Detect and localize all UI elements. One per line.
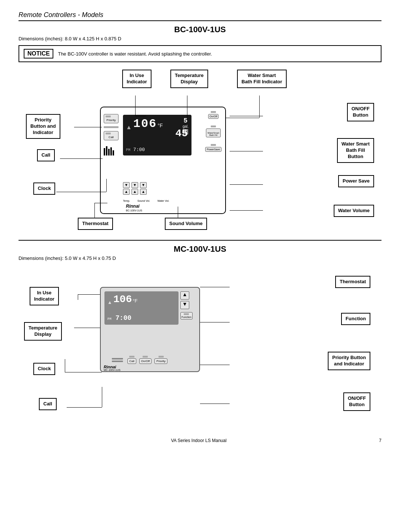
bc-model-sub: BC-100V-1US (126, 209, 142, 212)
bc-model-title: BC-100V-1US (19, 25, 381, 34)
bc-sound-up-btn[interactable]: ▲ (131, 189, 138, 195)
mc-controller: ▲ 106 °F PM 7:00 ▲ ▼ Function (100, 287, 200, 372)
footer: VA Series Indoor LS Manual 7 (19, 435, 381, 443)
mc-pm-label: PM (107, 317, 111, 321)
bc-water-up-btn[interactable]: ▲ (140, 189, 147, 195)
mc-label-priority: Priority Button and Indicator (328, 352, 370, 370)
bc-display-screen: ▲ 106 °F 5 gal. 45 PM 7:00 (123, 115, 191, 155)
bc-bottom-btns: ▼ ▲ ▼ ▲ ▼ ▲ (123, 182, 147, 195)
page-header: Remote Controllers - Models (19, 11, 381, 21)
mc-display-screen: ▲ 106 °F PM 7:00 (104, 291, 179, 325)
bc-label-thermostat: Thermostat (78, 218, 113, 230)
mc-model-title: MC-100V-1US (19, 244, 381, 254)
bc-label-priority: Priority Button and Indicator (26, 114, 60, 139)
mc-label-on-off: ON/OFF Button (343, 392, 370, 411)
bc-flame-icon: ▲ (126, 124, 132, 131)
bc-label-sound-vol: Sound Volume (165, 218, 207, 230)
bc-label-in-use: In Use Indicator (122, 70, 151, 88)
mc-on-off-btn[interactable]: On/Off (139, 358, 151, 364)
footer-manual: VA Series Indoor LS Manual (171, 438, 227, 443)
mc-label-in-use: In Use Indicator (30, 287, 59, 305)
bc-right-btns: On/Off WaterSmart Bath Fill PowerSave (205, 111, 221, 152)
bc-label-call: Call (37, 149, 55, 161)
bc-label-water-smart-btn: Water Smart Bath Fill Button (337, 138, 374, 163)
mc-label-temp: Temperature Display (24, 322, 62, 341)
bc-clock-display: PM 7:00 (126, 147, 145, 153)
bc-controller: Priority Call ▲ 106 °F (100, 107, 226, 214)
bc-label-clock: Clock (33, 183, 55, 195)
mc-label-thermostat: Thermostat (335, 276, 370, 288)
notice-box: NOTICE The BC-100V controller is water r… (19, 45, 381, 62)
bc-water-smart-btn[interactable]: WaterSmart Bath Fill (206, 128, 221, 137)
bc-water-down-btn[interactable]: ▼ (140, 182, 147, 188)
bc-label-on-off: ON/OFF Button (347, 103, 374, 121)
mc-function-btn[interactable]: Function (180, 312, 193, 319)
bc-call-btn[interactable]: Call (104, 131, 119, 140)
bc-on-off-btn[interactable]: On/Off (208, 114, 219, 119)
bc-diagram: In Use Indicator Temperature Display Wat… (19, 70, 381, 232)
mc-down-btn[interactable]: ▼ (180, 301, 189, 309)
bc-temp-down-btn[interactable]: ▼ (123, 182, 130, 188)
mc-clock-value: 7:00 (116, 314, 131, 322)
bc-brand: Rinnai (126, 204, 140, 209)
mc-temp-value: 106 (113, 294, 132, 305)
mc-clock-display: PM 7:00 (107, 314, 131, 322)
mc-label-call: Call (39, 398, 57, 410)
bc-temp-value: 106 (133, 117, 157, 131)
bc-priority-btn[interactable]: Priority (104, 114, 119, 123)
bc-power-save-btn[interactable]: PowerSave (205, 147, 221, 152)
bc-bath-num: 45 (175, 128, 188, 139)
bc-label-water-vol: Water Volume (334, 205, 374, 217)
bc-gal-num: 5 (183, 117, 189, 124)
bc-temp-unit: °F (157, 123, 163, 128)
mc-flame-icon: ▲ (107, 300, 112, 305)
bc-temp-label: Temp. (123, 200, 130, 202)
bc-clock-value: 7:00 (133, 147, 145, 153)
bc-sound-down-btn[interactable]: ▼ (131, 182, 138, 188)
notice-text: The BC-100V controller is water resistan… (58, 51, 212, 57)
mc-model-sub: MC-100V-1US (104, 369, 120, 371)
page-number: 7 (379, 438, 381, 443)
mc-call-btn[interactable]: Call (127, 358, 136, 364)
bc-dimensions: Dimensions (inches): 8.0 W x 4.125 H x 0… (19, 36, 381, 41)
bc-sound-vol-label: Sound Vol. (137, 200, 150, 202)
mc-temp-unit: °F (133, 298, 137, 304)
bc-pm-label: PM (126, 148, 130, 152)
mc-dimensions: Dimensions (inches): 5.0 W x 4.75 H x 0.… (19, 255, 381, 261)
bc-label-water-smart-indicator: Water Smart Bath Fill Indicator (237, 70, 287, 88)
mc-up-btn[interactable]: ▲ (180, 291, 189, 300)
bc-label-temp-display: Temperature Display (170, 70, 208, 88)
mc-label-function: Function (341, 313, 370, 325)
header-title: Remote Controllers - Models (19, 11, 103, 19)
mc-diagram: In Use Indicator Thermostat Temperature … (19, 265, 381, 424)
notice-label: NOTICE (24, 49, 53, 58)
mc-label-clock: Clock (33, 363, 55, 375)
mc-priority-btn[interactable]: Priority (154, 358, 167, 364)
bc-label-power-save: Power Save (338, 175, 374, 187)
bc-water-vol-label: Water Vol. (157, 200, 169, 202)
bc-temp-up-btn[interactable]: ▲ (123, 189, 130, 195)
section-divider (19, 240, 381, 241)
